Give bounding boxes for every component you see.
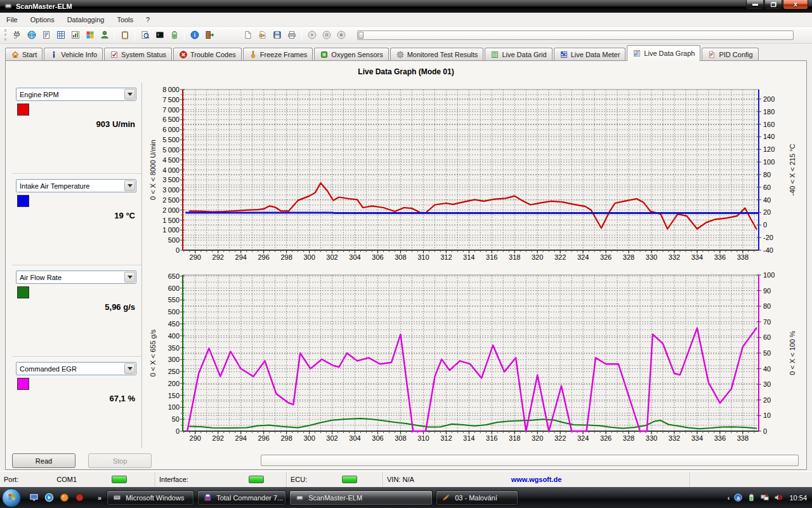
network-error-glyph	[760, 493, 769, 502]
svg-text:-40 < X < 215 °C: -40 < X < 215 °C	[789, 144, 796, 196]
quicklaunch-launcher-red-button[interactable]	[74, 492, 85, 503]
taskbar-button-total-commander-7[interactable]: Total Commander 7...	[197, 490, 286, 505]
menu-item-file[interactable]: File	[0, 14, 24, 25]
restore-button[interactable]	[764, 0, 782, 10]
toolbar: i	[0, 27, 812, 44]
pid-grid-button[interactable]	[53, 28, 68, 43]
svg-text:250: 250	[168, 368, 180, 375]
tab-system-status[interactable]: System Status	[104, 48, 172, 61]
quicklaunch-media-player-button[interactable]	[44, 492, 55, 503]
clipboard-button[interactable]	[117, 28, 132, 43]
tray-volume-muted-icon[interactable]	[773, 493, 783, 502]
svg-text:160: 160	[763, 121, 775, 128]
file-print-icon	[287, 30, 297, 40]
interface-led	[249, 476, 264, 483]
battery-chip-button[interactable]	[167, 28, 181, 43]
windows-icon	[85, 30, 95, 40]
dropdown-arrow-button[interactable]	[124, 180, 135, 191]
file-save-button[interactable]	[270, 28, 284, 43]
menu-item-tools[interactable]: Tools	[110, 14, 140, 25]
taskbar-button-scanmaster-elm[interactable]: ScanMaster-ELM	[289, 490, 433, 505]
tab-start[interactable]: Start	[5, 48, 43, 61]
tab-monitored-test-results[interactable]: Monitored Test Results	[390, 48, 484, 61]
file-print-button[interactable]	[284, 28, 299, 43]
menu-item-options[interactable]: Options	[24, 14, 61, 25]
launcher-red-icon	[74, 492, 85, 503]
tab-live-data-graph[interactable]: Live Data Graph	[627, 45, 700, 61]
read-button[interactable]: Read	[12, 453, 75, 468]
exit-app-button[interactable]	[202, 28, 216, 43]
about-info-button[interactable]: i	[187, 28, 202, 43]
taskbar-button-label: Microsoft Windows	[126, 494, 184, 502]
tray-collapse-chevron[interactable]: ‹	[728, 494, 730, 502]
sensor-section-commanded-egr: Commanded EGR67,1 %	[12, 357, 141, 448]
tray-battery-icon[interactable]	[747, 493, 756, 502]
chart-window-button[interactable]	[68, 28, 82, 43]
sensor-select-engine-rpm[interactable]: Engine RPM	[16, 88, 136, 101]
tab-freeze-frames[interactable]: Freeze Frames	[243, 48, 313, 61]
toolbar-slider[interactable]	[357, 30, 794, 40]
svg-text:308: 308	[395, 434, 406, 442]
taskbar-button-label: 03 - Malování	[455, 494, 497, 502]
start-button[interactable]	[2, 488, 21, 507]
windows-button[interactable]	[82, 28, 97, 43]
slider-thumb[interactable]	[358, 32, 363, 39]
quicklaunch-show-desktop-button[interactable]	[29, 492, 39, 503]
svg-text:50: 50	[763, 349, 771, 357]
tab-live-data-grid[interactable]: Live Data Grid	[485, 48, 552, 61]
stop-button[interactable]: Stop	[88, 453, 152, 468]
connect-button[interactable]	[10, 28, 24, 43]
ecu-led	[342, 476, 357, 483]
svg-text:302: 302	[326, 434, 337, 442]
file-new-button[interactable]	[240, 28, 255, 43]
dropdown-arrow-button[interactable]	[124, 272, 135, 283]
tab-pid-config[interactable]: PPID Config	[702, 48, 758, 61]
sensor-value: 67,1 %	[110, 394, 135, 403]
svg-text:a: a	[737, 495, 740, 501]
web-button[interactable]	[24, 28, 39, 43]
taskbar-button-03-malov-n[interactable]: 03 - Malování	[436, 490, 518, 505]
minimize-button[interactable]	[746, 0, 764, 10]
tab-trouble-codes[interactable]: Trouble Codes	[173, 48, 242, 61]
user-profile-button[interactable]	[97, 28, 112, 43]
tab-live-data-meter[interactable]: Live Data Meter	[554, 48, 626, 61]
svg-text:298: 298	[280, 253, 292, 261]
pid-config-icon: P	[707, 50, 716, 59]
vehicle-report-button[interactable]	[39, 28, 53, 43]
wgsoft-link[interactable]: www.wgsoft.de	[383, 476, 690, 483]
svg-text:4 000: 4 000	[162, 166, 180, 174]
tray-avast-icon[interactable]: a	[733, 493, 743, 502]
svg-text:150: 150	[168, 392, 180, 399]
playback-play-button[interactable]	[304, 28, 319, 43]
dropdown-arrow-button[interactable]	[124, 363, 135, 374]
top-chart: 05001 0001 5002 0002 5003 0003 5004 0004…	[145, 83, 805, 268]
sensor-select-air-flow-rate[interactable]: Air Flow Rate	[16, 271, 136, 284]
playback-pause-icon	[322, 30, 332, 40]
03-malov-n-icon	[442, 493, 451, 502]
svg-text:-20: -20	[763, 234, 773, 241]
quicklaunch-overflow-chevron[interactable]: »	[98, 494, 102, 502]
search-log-button[interactable]	[138, 28, 152, 43]
menu-item-help[interactable]: ?	[140, 14, 156, 25]
svg-text:324: 324	[577, 253, 589, 261]
svg-text:328: 328	[623, 253, 634, 261]
dropdown-arrow-button[interactable]	[124, 89, 135, 100]
terminal-button[interactable]	[152, 28, 167, 43]
tab-vehicle-info[interactable]: Vehicle Info	[44, 48, 103, 61]
close-button[interactable]: x	[783, 0, 808, 10]
live-data-meter-icon	[560, 50, 568, 59]
svg-text:338: 338	[737, 434, 749, 442]
menu-item-datalogging[interactable]: Datalogging	[61, 14, 111, 25]
tray-network-error-icon[interactable]	[760, 493, 769, 502]
series-color-swatch	[17, 286, 29, 298]
sensor-select-intake-air-temperature[interactable]: Intake Air Temperature	[16, 179, 136, 192]
taskbar-button-microsoft-windows[interactable]: Microsoft Windows	[107, 490, 194, 505]
svg-text:350: 350	[168, 344, 180, 352]
quicklaunch-launcher-orange-button[interactable]	[59, 492, 70, 503]
sensor-select-commanded-egr[interactable]: Commanded EGR	[16, 362, 136, 375]
playback-stop-button[interactable]	[334, 28, 348, 43]
tab-oxygen-sensors[interactable]: Oxygen Sensors	[314, 48, 388, 61]
file-open-button[interactable]	[255, 28, 270, 43]
svg-text:450: 450	[168, 320, 180, 328]
playback-pause-button[interactable]	[319, 28, 334, 43]
